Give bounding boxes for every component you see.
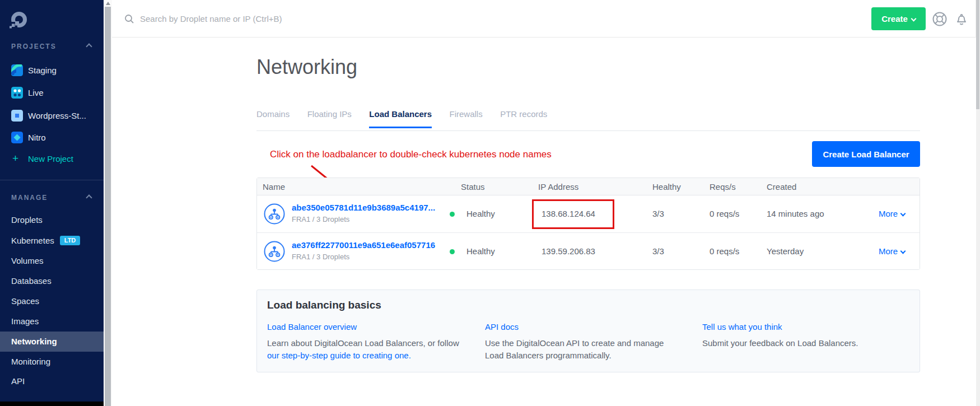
chevron-down-icon xyxy=(900,211,906,217)
ip-address-value: 139.59.206.83 xyxy=(542,246,595,256)
healthy-status-dot xyxy=(450,249,455,254)
healthy-status-dot xyxy=(450,212,455,217)
load-balancers-table: Name Status IP Address Healthy Reqs/s Cr… xyxy=(256,178,920,270)
more-label: More xyxy=(879,209,898,218)
load-balancer-icon xyxy=(264,241,285,262)
sidebar-item-databases[interactable]: Databases xyxy=(0,271,104,291)
ip-address-value: 138.68.124.64 xyxy=(542,209,595,218)
search-bar xyxy=(124,0,628,37)
basics-column-overview: Load Balancer overview Learn about Digit… xyxy=(267,321,474,362)
annotation-text: Click on the loadbalancer to double-chec… xyxy=(270,149,552,160)
sidebar-item-label: Monitoring xyxy=(11,357,50,366)
sidebar-item-label: Kubernetes xyxy=(11,236,54,245)
new-project-button[interactable]: + New Project xyxy=(0,150,104,168)
status-value: Healthy xyxy=(466,209,495,218)
api-docs-link[interactable]: API docs xyxy=(485,321,519,333)
load-balancer-name-link[interactable]: abe350e05781d11e9b3689a5c4197... xyxy=(292,203,435,212)
sidebar-item-label: Droplets xyxy=(11,215,43,225)
tab-load-balancers[interactable]: Load Balancers xyxy=(369,109,432,128)
sidebar-item-label: API xyxy=(11,376,25,386)
create-button-label: Create xyxy=(881,14,908,24)
sidebar-item-label: Volumes xyxy=(11,256,44,265)
more-menu-button[interactable]: More xyxy=(879,209,905,218)
topbar: Create xyxy=(112,0,980,38)
sidebar-project-nitro[interactable]: Nitro xyxy=(0,127,104,149)
projects-collapse-chevron-icon[interactable] xyxy=(86,43,92,49)
basics-text: Submit your feedback on Load Balancers. xyxy=(702,338,858,348)
basics-column-api: API docs Use the DigitalOcean API to cre… xyxy=(485,321,687,362)
search-icon xyxy=(124,14,134,24)
sidebar-item-images[interactable]: Images xyxy=(0,311,104,332)
basics-text: Load Balancers programmatically. xyxy=(485,351,612,360)
basics-text: Learn about DigitalOcean Load Balancers,… xyxy=(267,338,459,348)
load-balancer-overview-link[interactable]: Load Balancer overview xyxy=(267,321,357,333)
main-content: Networking Domains Floating IPs Load Bal… xyxy=(112,38,976,406)
sidebar-scrollbar[interactable] xyxy=(104,0,112,406)
table-header: Name Status IP Address Healthy Reqs/s Cr… xyxy=(257,178,920,195)
window-scrollbar[interactable] xyxy=(976,0,980,406)
sidebar-item-droplets[interactable]: Droplets xyxy=(0,210,104,230)
sidebar-project-wordpress[interactable]: Wordpress-St... xyxy=(0,105,104,127)
sidebar-divider xyxy=(0,180,104,180)
live-project-icon xyxy=(11,87,23,99)
sidebar-project-live[interactable]: Live xyxy=(0,82,104,104)
tab-domains[interactable]: Domains xyxy=(256,109,290,127)
projects-section-label: PROJECTS xyxy=(11,43,57,50)
tab-ptr-records[interactable]: PTR records xyxy=(500,109,547,127)
requests-value: 0 reqs/s xyxy=(710,209,739,218)
create-load-balancer-button[interactable]: Create Load Balancer xyxy=(812,141,920,167)
digitalocean-logo-icon[interactable] xyxy=(9,11,28,30)
basics-text: Use the DigitalOcean API to create and m… xyxy=(485,338,664,348)
load-balancer-region: FRA1 / 3 Droplets xyxy=(292,253,349,261)
status-value: Healthy xyxy=(466,246,495,256)
sidebar-project-label: Staging xyxy=(28,66,57,75)
basics-column-feedback: Tell us what you think Submit your feedb… xyxy=(702,321,904,349)
column-header-status: Status xyxy=(461,182,485,192)
tab-firewalls[interactable]: Firewalls xyxy=(449,109,482,127)
sidebar-item-label: Images xyxy=(11,316,39,326)
notifications-bell-icon[interactable] xyxy=(954,11,969,27)
tab-floating-ips[interactable]: Floating IPs xyxy=(307,109,352,127)
manage-collapse-chevron-icon[interactable] xyxy=(86,194,92,200)
tab-bar: Domains Floating IPs Load Balancers Fire… xyxy=(256,109,562,132)
manage-section-label: MANAGE xyxy=(11,194,48,202)
search-input[interactable] xyxy=(140,10,599,27)
ltd-badge: LTD xyxy=(60,236,81,245)
sidebar-project-label: Nitro xyxy=(28,133,46,142)
column-header-healthy: Healthy xyxy=(652,182,681,192)
scrollbar-thumb[interactable] xyxy=(976,0,979,109)
sidebar-item-monitoring[interactable]: Monitoring xyxy=(0,352,104,372)
digitalocean-control-panel: PROJECTS Staging Live Wordp xyxy=(0,0,980,406)
scrollbar-up-arrow-icon[interactable] xyxy=(106,2,110,5)
sidebar-project-label: Live xyxy=(28,88,44,97)
sidebar-item-label: Spaces xyxy=(11,296,39,306)
healthy-count-value: 3/3 xyxy=(652,209,664,218)
table-row[interactable]: ae376ff22770011e9a651e6eaf057716 FRA1 / … xyxy=(257,232,920,269)
sidebar-item-networking[interactable]: Networking xyxy=(0,332,104,352)
more-menu-button[interactable]: More xyxy=(879,246,905,256)
chevron-down-icon xyxy=(911,16,916,22)
sidebar-item-volumes[interactable]: Volumes xyxy=(0,251,104,271)
load-balancer-region: FRA1 / 3 Droplets xyxy=(292,215,349,223)
step-by-step-guide-link[interactable]: our step-by-step guide to creating one. xyxy=(267,349,411,362)
sidebar-item-api[interactable]: API xyxy=(0,371,104,391)
create-button[interactable]: Create xyxy=(871,7,926,30)
sidebar-item-kubernetes[interactable]: KubernetesLTD xyxy=(0,231,104,251)
sidebar-item-spaces[interactable]: Spaces xyxy=(0,291,104,311)
table-row[interactable]: abe350e05781d11e9b3689a5c4197... FRA1 / … xyxy=(257,195,920,232)
column-header-reqs: Reqs/s xyxy=(710,182,736,192)
basics-title: Load balancing basics xyxy=(267,299,381,311)
sidebar-item-label: Networking xyxy=(11,337,57,346)
load-balancer-name-link[interactable]: ae376ff22770011e9a651e6eaf057716 xyxy=(292,240,435,250)
scrollbar-thumb[interactable] xyxy=(105,7,111,406)
load-balancer-icon xyxy=(264,203,285,225)
sidebar-bottom-strip xyxy=(0,402,104,406)
requests-value: 0 reqs/s xyxy=(710,246,739,256)
sidebar-project-staging[interactable]: Staging xyxy=(0,59,104,82)
page-title: Networking xyxy=(256,55,357,79)
created-value: Yesterday xyxy=(767,246,804,256)
help-lifebuoy-icon[interactable] xyxy=(932,11,948,27)
feedback-link[interactable]: Tell us what you think xyxy=(702,321,782,333)
healthy-count-value: 3/3 xyxy=(652,246,664,256)
more-label: More xyxy=(879,246,898,256)
